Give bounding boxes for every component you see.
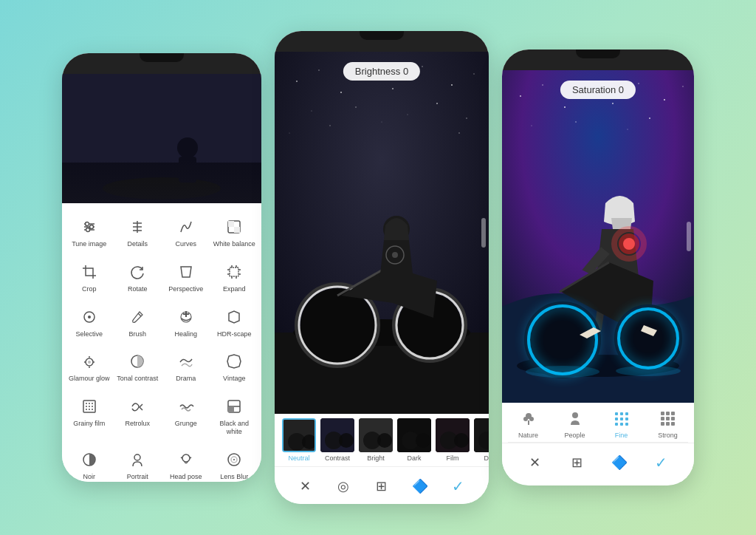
grainy-label: Grainy film (73, 420, 105, 428)
svg-point-78 (377, 433, 392, 448)
tool-drama[interactable]: Drama (162, 344, 210, 389)
tool-healing[interactable]: Healing (162, 299, 210, 344)
svg-point-90 (542, 84, 543, 86)
svg-point-29 (89, 409, 90, 410)
perspective-label: Perspective (168, 285, 203, 293)
svg-rect-118 (615, 412, 618, 415)
svg-point-109 (620, 310, 676, 367)
svg-point-49 (473, 73, 475, 75)
svg-point-106 (530, 307, 595, 372)
svg-point-58 (458, 132, 460, 134)
adjust-button-3[interactable]: ⊞ (566, 451, 589, 474)
image-preview-1 (62, 74, 261, 203)
filter-dark[interactable]: Dark (472, 418, 489, 462)
style-strong[interactable]: Strong (649, 409, 687, 439)
style-nature[interactable]: Nature (509, 409, 548, 439)
svg-point-3 (177, 137, 198, 158)
filter-bright[interactable]: Bright (357, 418, 394, 462)
tool-lensblur[interactable]: Lens Blur (210, 442, 259, 482)
grunge-icon (176, 396, 196, 417)
filter-neutral[interactable]: Neutral (281, 418, 317, 462)
tool-curves[interactable]: Curves (162, 209, 210, 254)
svg-rect-14 (230, 268, 238, 276)
tool-noir[interactable]: Noir (65, 442, 114, 482)
portrait-label: Portrait (127, 473, 148, 481)
tool-headpose[interactable]: Head pose (162, 442, 210, 482)
svg-point-34 (134, 454, 140, 460)
expand-icon (224, 262, 244, 282)
status-bar-1 (62, 53, 261, 74)
svg-point-44 (340, 92, 342, 93)
svg-rect-131 (666, 417, 670, 420)
svg-rect-124 (615, 423, 618, 426)
confirm-button-3[interactable]: ✓ (650, 451, 673, 474)
tool-bw[interactable]: Black and white (210, 389, 259, 442)
tool-hdr[interactable]: HDR-scape (210, 299, 259, 344)
brush-label: Brush (128, 330, 146, 338)
tool-grainy[interactable]: Grainy film (65, 389, 114, 442)
crop-icon (79, 262, 100, 282)
drama-icon (176, 351, 196, 372)
svg-rect-135 (671, 422, 675, 426)
style-people[interactable]: People (556, 409, 594, 439)
svg-rect-1 (62, 163, 261, 203)
filter-film[interactable]: Film (434, 418, 471, 462)
rotate-label: Rotate (128, 285, 148, 293)
tool-vintage[interactable]: Vintage (210, 344, 259, 389)
vintage-label: Vintage (223, 375, 245, 383)
tool-selective[interactable]: Selective (65, 299, 114, 344)
svg-rect-129 (671, 412, 675, 415)
svg-point-55 (289, 132, 289, 133)
filter-contrast[interactable]: Contrast (319, 418, 356, 462)
expand-label: Expand (223, 285, 246, 293)
svg-rect-4 (179, 157, 196, 183)
tool-details[interactable]: Details (114, 209, 162, 254)
strong-style-label: Strong (658, 432, 678, 439)
headpose-icon (176, 449, 196, 470)
brush-button-2[interactable]: 🔷 (408, 474, 432, 498)
tool-tune[interactable]: Tune image (65, 209, 114, 254)
paint-button-3[interactable]: 🔷 (608, 451, 631, 474)
svg-point-50 (311, 110, 312, 111)
filter-name-neutral: Neutral (288, 454, 309, 462)
close-button-3[interactable]: ✕ (523, 451, 547, 474)
tool-crop[interactable]: Crop (65, 254, 114, 299)
rotate-icon (127, 262, 148, 282)
tool-perspective[interactable]: Perspective (162, 254, 210, 299)
svg-rect-120 (625, 412, 628, 415)
saturation-badge: Saturation 0 (560, 81, 636, 99)
tool-tonal[interactable]: Tonal contrast (114, 344, 162, 389)
confirm-button-2[interactable]: ✓ (446, 474, 470, 498)
svg-point-22 (86, 403, 87, 404)
tool-white-balance[interactable]: White balance (210, 209, 259, 254)
svg-rect-13 (234, 227, 240, 233)
close-button-2[interactable]: ✕ (294, 474, 317, 498)
editor-actions-2: ✕ ◎ ⊞ 🔷 ✓ (275, 466, 489, 504)
phone-2: Brightness 0 Neutral Contrast Bright (275, 31, 489, 504)
svg-rect-116 (528, 420, 529, 425)
style-fine[interactable]: Fine (602, 409, 641, 439)
tool-retrolux[interactable]: Retrolux (114, 389, 162, 442)
filter-dark[interactable]: Dark (396, 418, 433, 462)
crop-handle[interactable] (481, 218, 486, 248)
lensblur-label: Lens Blur (220, 473, 248, 481)
tool-rotate[interactable]: Rotate (114, 254, 162, 299)
filter-name-contrast: Contrast (325, 454, 350, 462)
tune-label: Tune image (72, 240, 106, 248)
color-scene (502, 70, 694, 403)
healing-label: Healing (174, 330, 197, 338)
svg-rect-121 (615, 418, 618, 420)
nature-style-label: Nature (518, 432, 538, 439)
adjust-button-2[interactable]: ⊞ (370, 474, 394, 498)
crop-label: Crop (82, 285, 97, 293)
tool-grunge[interactable]: Grunge (162, 389, 210, 442)
crop-handle-3[interactable] (687, 222, 691, 251)
filter-button-2[interactable]: ◎ (331, 474, 355, 498)
svg-point-95 (664, 99, 665, 100)
tool-brush[interactable]: Brush (114, 299, 162, 344)
svg-rect-134 (666, 422, 670, 426)
tool-expand[interactable]: Expand (210, 254, 259, 299)
tool-glamour[interactable]: Glamour glow (65, 344, 114, 389)
tool-portrait[interactable]: Portrait (114, 442, 162, 482)
svg-point-100 (649, 117, 650, 119)
